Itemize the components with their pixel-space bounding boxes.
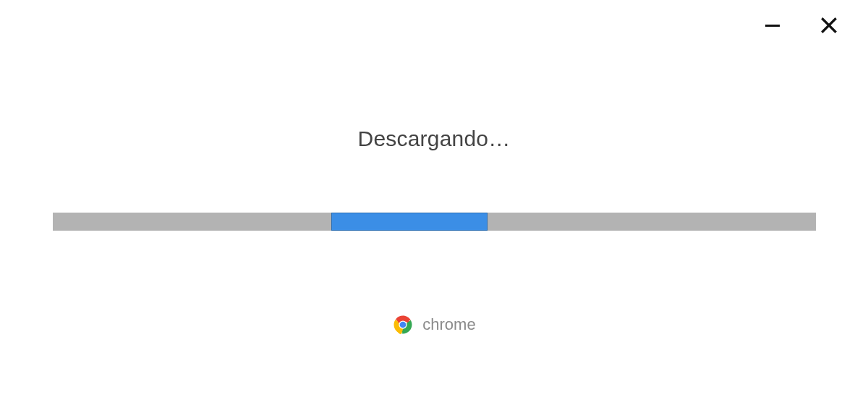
progress-chunk bbox=[331, 213, 488, 231]
installer-content: Descargando… chrome bbox=[0, 0, 868, 397]
status-text: Descargando… bbox=[358, 127, 511, 151]
branding: chrome bbox=[392, 314, 475, 336]
svg-point-5 bbox=[400, 322, 407, 328]
brand-label: chrome bbox=[422, 315, 475, 334]
chrome-logo-icon bbox=[392, 314, 414, 336]
progress-bar bbox=[53, 213, 816, 231]
